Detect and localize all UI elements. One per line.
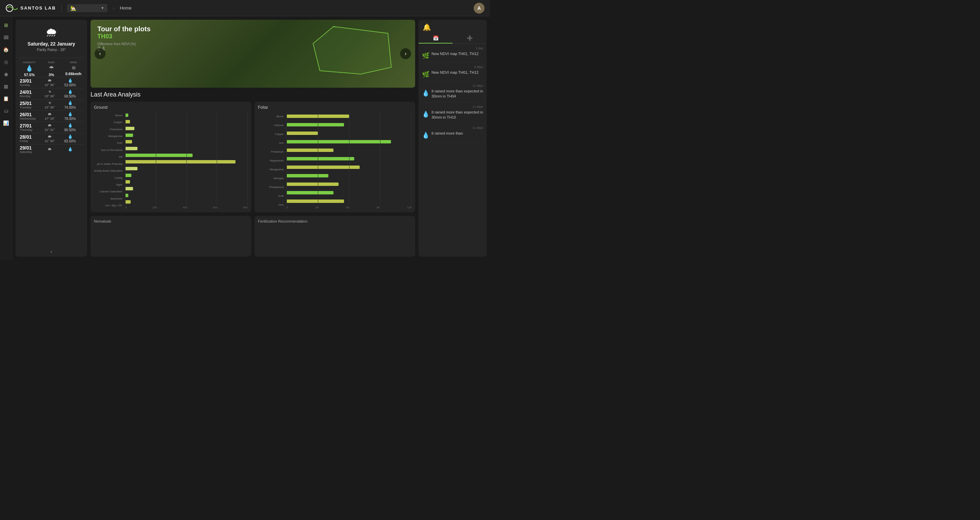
- chart-bar-ground: [125, 114, 128, 117]
- charts-row: Ground BoronCopperPotassiumManganeseSulf…: [91, 101, 415, 212]
- day-humidity-val: 68.50%: [64, 95, 76, 98]
- tab-add[interactable]: ➕: [453, 33, 487, 43]
- chart-bar-ground: [125, 120, 130, 124]
- tab-calendar[interactable]: 📅: [418, 33, 453, 43]
- notif-content: 💧 It rained more than: [422, 131, 483, 139]
- svg-rect-2: [4, 37, 8, 38]
- day-weather-icon: ☀: [48, 89, 52, 94]
- day-date: 24/01 Monday: [19, 90, 40, 98]
- weather-days-list: 23/01 Sunday 🌧 22° 36° 💧 53.00% 🌂 3.00mm…: [19, 77, 84, 246]
- axis-label: 400: [183, 206, 187, 209]
- notification-item[interactable]: 6 days 🌿 New NDVI map TH01, TH12: [418, 63, 487, 81]
- day-name: Friday: [20, 140, 28, 143]
- chart-label-foliar: Phosphorus: [258, 185, 285, 189]
- chart-label-ground: Aluminum: [94, 197, 124, 200]
- analysis-area: Last Area Analysis Ground BoronCopperPot…: [91, 91, 415, 257]
- chart-bar-row-ground: [125, 193, 248, 197]
- day-weather-cell: 🌧 21° 31°: [40, 123, 60, 132]
- notification-item[interactable]: 11 days 💧 It rained more than expected i…: [418, 102, 487, 124]
- notifications-panel: 🔔 📅 ➕ 1 day 🌿 New NDVI map TH01, TH12 6 …: [418, 20, 487, 257]
- logo: SANTOS LAB: [5, 4, 56, 12]
- notification-item[interactable]: 11 days 💧 It rained more than expected i…: [418, 81, 487, 102]
- day-number: 29/01: [20, 146, 32, 150]
- day-rain-cell: 🌂 8.00mm: [80, 123, 84, 132]
- chart-label-ground: Ca + Mg / CfC: [94, 204, 124, 207]
- weather-summary: HUMIDITY 💧 57.5% RAIN ☂ 3% WIND ≋ 0.66km…: [19, 58, 84, 77]
- foliar-chart-bars-wrapper: 0306090120: [286, 112, 412, 209]
- farm-name: [78, 6, 99, 11]
- humidity-icon: 💧: [25, 65, 33, 72]
- sidebar-item-farm[interactable]: 🏠: [2, 45, 11, 54]
- foliar-axis: 0306090120: [286, 205, 412, 209]
- day-rain-cell: 🌂 8.00mm: [80, 101, 84, 109]
- day-temp: 17° 33°: [45, 117, 55, 120]
- day-weather-icon: 🌧: [48, 147, 52, 152]
- humidity-summary: HUMIDITY 💧 57.5%: [19, 61, 40, 77]
- sidebar-item-compass[interactable]: ◎: [2, 57, 11, 67]
- day-number: 28/01: [20, 135, 32, 140]
- day-rain-cell: 🌂 4.00mm: [80, 112, 84, 120]
- notif-type-icon: 💧: [422, 111, 430, 118]
- chart-bar-row-ground: [125, 160, 248, 164]
- foliar-chart-title: Foliar: [258, 105, 412, 110]
- weather-panel: 🌧 Saturday, 22 January Partly Rainy - 28…: [16, 20, 87, 257]
- foliar-chart-body: BoronCalciumCopperIronPotassiumMagnesium…: [258, 112, 412, 209]
- sidebar-item-stats[interactable]: 📊: [2, 118, 11, 128]
- farm-selector[interactable]: 🏡 ▼: [67, 4, 108, 12]
- fertilization-title: Fertilization Recommendation: [258, 219, 412, 223]
- chart-bar-foliar: [286, 114, 349, 118]
- chart-label-foliar: Cinc: [258, 203, 285, 206]
- chart-label-ground: Silt: [94, 155, 124, 159]
- breadcrumb-home[interactable]: Home: [120, 5, 132, 11]
- chart-bar-foliar: [286, 200, 344, 203]
- notification-item[interactable]: 1 day 🌿 New NDVI map TH01, TH12: [418, 44, 487, 63]
- chart-bar-row-ground: [125, 127, 248, 130]
- chart-bar-row-ground: [125, 120, 248, 124]
- ground-chart-labels: BoronCopperPotassiumManganeseSulfrSum of…: [94, 112, 124, 209]
- axis-label-foliar: 0: [286, 206, 288, 209]
- avatar[interactable]: A: [474, 3, 485, 14]
- map-prev-button[interactable]: ‹: [95, 48, 105, 59]
- chart-bar-ground: [125, 127, 134, 130]
- chart-label-foliar: Copper: [258, 133, 285, 136]
- notification-item[interactable]: 11 days 💧 It rained more than: [418, 124, 487, 142]
- day-name: Thursday: [20, 128, 33, 132]
- sidebar-item-dashboard[interactable]: ⊞: [2, 21, 11, 30]
- scroll-up-indicator[interactable]: ▲: [19, 246, 84, 254]
- notifications-header: 🔔: [418, 20, 487, 33]
- map-next-button[interactable]: ›: [400, 48, 411, 59]
- weather-day-row: 24/01 Monday ☀ 23° 36° 💧 68.50% 🌂 5.00mm: [19, 88, 84, 99]
- axis-label: 800: [243, 206, 248, 209]
- sidebar-item-reports[interactable]: 📋: [2, 94, 11, 103]
- day-humidity-val: 80.50%: [64, 128, 76, 132]
- day-rain-cell: 🌂 8.00mm: [80, 134, 84, 143]
- chart-label-ground: Potassium: [94, 128, 124, 131]
- chart-label-foliar: Magnesium: [258, 159, 285, 162]
- day-number: 23/01: [20, 79, 32, 83]
- chart-bar-row-ground: [125, 187, 248, 191]
- day-humidity-icon: 💧: [68, 78, 73, 83]
- chart-bar-row-ground: [125, 173, 248, 178]
- chart-label-ground: Sulfr: [94, 141, 124, 144]
- chart-label-ground: Calcium Saturation: [94, 190, 124, 193]
- notif-time: 6 days: [422, 65, 483, 69]
- sidebar-item-layers[interactable]: [2, 33, 11, 42]
- day-humidity-icon: 💧: [68, 89, 73, 94]
- farm-icon: 🏡: [70, 5, 76, 11]
- sidebar-item-target[interactable]: ◉: [2, 69, 11, 79]
- day-humidity-cell: 💧: [60, 147, 80, 152]
- chart-bar-row-foliar: [286, 174, 412, 178]
- day-date: 26/01 Wednesday: [19, 112, 40, 120]
- notif-text: It rained more than expected in 30mm in …: [431, 89, 483, 99]
- day-humidity-cell: 💧 53.00%: [60, 78, 80, 87]
- fertilization-panel: Fertilization Recommendation: [255, 216, 415, 257]
- sidebar-item-files[interactable]: 🗂: [2, 106, 11, 116]
- chart-label-foliar: Iron: [258, 141, 285, 144]
- day-humidity-cell: 💧 83.50%: [60, 134, 80, 143]
- map-plot-id: TH03: [97, 33, 150, 40]
- day-humidity-icon: 💧: [68, 112, 73, 117]
- sidebar-item-calendar[interactable]: ▦: [2, 82, 11, 91]
- chart-bar-row-ground: [125, 200, 248, 204]
- bell-icon: 🔔: [423, 23, 431, 31]
- map-panel: Tour of the plots TH03 Difference from N…: [91, 20, 415, 88]
